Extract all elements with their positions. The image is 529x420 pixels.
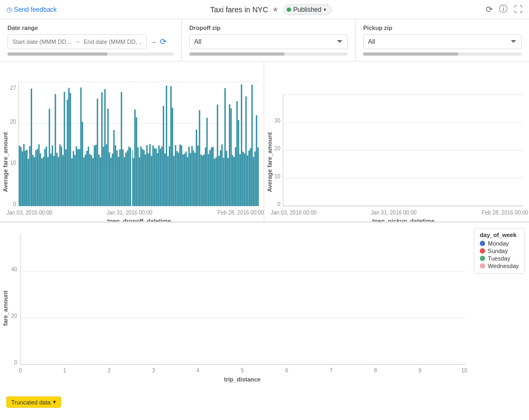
svg-rect-100: [154, 148, 156, 206]
svg-rect-82: [127, 150, 128, 206]
published-chevron-icon: ▾: [324, 7, 326, 12]
svg-rect-75: [116, 150, 118, 206]
svg-rect-54: [85, 155, 87, 206]
svg-rect-31: [50, 154, 52, 206]
svg-rect-153: [233, 157, 235, 206]
svg-rect-41: [65, 149, 67, 206]
svg-rect-158: [241, 85, 242, 206]
svg-rect-10: [19, 146, 20, 206]
svg-text:Jan 31, 2016 00:00: Jan 31, 2016 00:00: [371, 210, 417, 216]
svg-rect-38: [61, 147, 63, 206]
svg-rect-99: [152, 146, 154, 206]
svg-rect-60: [94, 146, 95, 206]
svg-rect-68: [106, 144, 108, 206]
published-badge[interactable]: Published ▾: [283, 4, 332, 15]
dropoff-zip-select[interactable]: All: [189, 34, 348, 49]
dropoff-zip-label: Dropoff zip: [189, 25, 348, 31]
svg-rect-69: [108, 109, 109, 206]
svg-rect-143: [218, 156, 220, 206]
svg-rect-37: [59, 144, 61, 206]
svg-rect-44: [70, 93, 71, 206]
svg-rect-125: [191, 146, 193, 206]
svg-rect-128: [196, 129, 197, 206]
svg-text:3: 3: [152, 368, 155, 373]
svg-rect-142: [217, 104, 218, 206]
svg-rect-67: [104, 89, 106, 206]
svg-rect-157: [240, 154, 241, 206]
svg-rect-98: [151, 156, 152, 206]
svg-rect-95: [147, 145, 148, 206]
svg-text:30: 30: [274, 118, 281, 124]
svg-text:6: 6: [285, 368, 288, 373]
sunday-label: Sunday: [488, 248, 508, 254]
svg-text:20: 20: [11, 313, 18, 319]
svg-rect-48: [76, 147, 78, 206]
svg-text:9: 9: [418, 368, 421, 373]
svg-rect-164: [250, 148, 251, 206]
dropoff-chart-svg: Average fare_amount 0 10 20 27 Jan 03, 2…: [0, 66, 264, 222]
svg-rect-133: [203, 155, 205, 206]
date-scrollbar-thumb: [7, 52, 108, 56]
svg-rect-70: [109, 152, 110, 206]
svg-rect-26: [43, 157, 44, 206]
svg-rect-57: [89, 154, 91, 206]
svg-rect-151: [231, 108, 232, 206]
svg-rect-136: [208, 154, 210, 206]
date-refresh-icon[interactable]: ⟳: [160, 37, 167, 47]
star-icon[interactable]: ★: [272, 5, 279, 13]
svg-rect-12: [22, 151, 24, 206]
date-input-row: → ⟳: [7, 34, 174, 49]
svg-rect-21: [35, 150, 37, 206]
dropoff-bars: [19, 82, 259, 206]
pickup-bar-chart: Average fare_amount 0 10 20 30 Jan 03, 2…: [264, 62, 529, 222]
svg-rect-30: [49, 109, 50, 206]
svg-rect-113: [173, 156, 175, 206]
svg-rect-132: [202, 156, 203, 206]
svg-rect-148: [226, 151, 227, 206]
svg-rect-40: [64, 92, 65, 206]
svg-rect-145: [221, 144, 223, 206]
published-status-dot: [287, 7, 291, 12]
svg-rect-84: [130, 148, 132, 206]
svg-rect-18: [31, 89, 33, 207]
svg-rect-15: [26, 150, 28, 206]
svg-rect-162: [247, 155, 249, 206]
svg-rect-33: [53, 156, 55, 206]
dropoff-y-axis-label: Average fare_amount: [2, 132, 9, 192]
published-label: Published: [293, 6, 321, 13]
svg-rect-108: [166, 86, 167, 206]
svg-rect-78: [121, 92, 122, 206]
svg-rect-168: [256, 116, 257, 207]
svg-rect-19: [32, 155, 34, 207]
svg-rect-39: [62, 155, 64, 206]
fullscreen-icon[interactable]: ⛶: [514, 5, 523, 14]
svg-rect-105: [162, 147, 163, 206]
svg-text:2: 2: [108, 368, 111, 373]
svg-rect-118: [181, 146, 182, 206]
pickup-zip-select[interactable]: All: [363, 34, 522, 49]
svg-text:20: 20: [274, 146, 281, 151]
wednesday-dot: [480, 263, 485, 269]
svg-rect-22: [37, 149, 39, 206]
svg-rect-59: [93, 158, 94, 207]
dropoff-scrollbar-thumb: [189, 52, 285, 56]
svg-rect-141: [216, 157, 217, 206]
svg-rect-129: [197, 146, 199, 206]
footer: Truncated data ▾: [0, 393, 529, 411]
svg-text:7: 7: [329, 368, 333, 373]
svg-rect-101: [155, 149, 157, 206]
svg-rect-137: [209, 150, 211, 206]
svg-rect-88: [136, 117, 137, 206]
date-range-label: Date range: [7, 25, 174, 31]
svg-rect-123: [188, 147, 190, 206]
pickup-zip-label: Pickup zip: [363, 25, 522, 31]
send-feedback-button[interactable]: ◷ Send feedback: [6, 6, 57, 13]
svg-rect-72: [112, 154, 113, 206]
legend-item-sunday: Sunday: [480, 248, 519, 254]
svg-text:0: 0: [19, 368, 22, 373]
pickup-scrollbar-thumb: [363, 52, 458, 56]
refresh-icon[interactable]: ⟳: [486, 4, 493, 14]
date-range-input[interactable]: [7, 34, 147, 49]
truncated-data-button[interactable]: Truncated data ▾: [6, 396, 61, 408]
info-icon[interactable]: ⓘ: [499, 4, 508, 15]
